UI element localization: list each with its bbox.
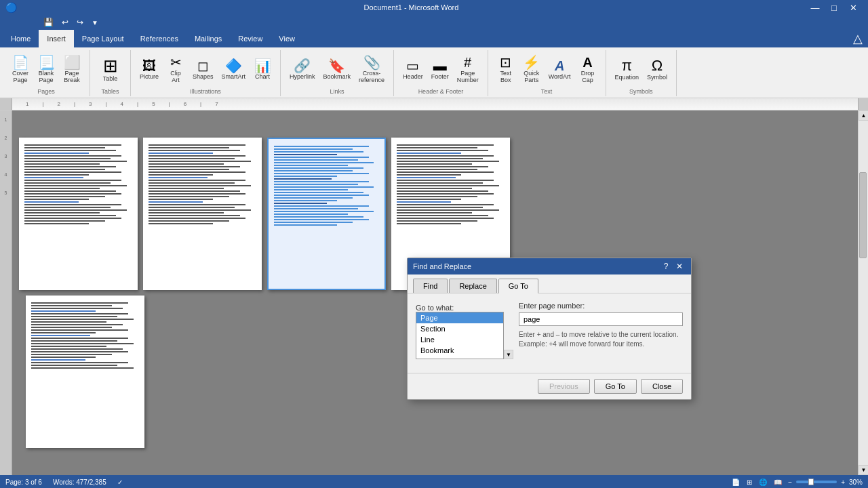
page-number-icon: # (464, 56, 471, 69)
title-bar: 🔵 Document1 - Microsoft Word — □ ✕ (0, 0, 868, 15)
clip-art-button[interactable]: ✂ ClipArt (163, 54, 188, 85)
dialog-tab-find[interactable]: Find (413, 279, 448, 293)
ribbon-collapse[interactable]: △ (848, 30, 868, 47)
previous-button[interactable]: Previous (538, 379, 590, 394)
smartart-button[interactable]: 🔷 SmartArt (218, 57, 250, 82)
footer-button[interactable]: ▬ Footer (428, 57, 452, 82)
horizontal-ruler: 1 | 2 | 3 | 4 | 5 | 6 | 7 (12, 98, 858, 110)
ribbon-group-header-footer: ▭ Header ▬ Footer # PageNumber Header & … (394, 50, 488, 96)
equation-button[interactable]: π Equation (612, 56, 643, 83)
redo-qa-button[interactable]: ↪ (74, 16, 86, 28)
qa-dropdown[interactable]: ▼ (92, 19, 98, 26)
find-replace-dialog: Find and Replace ? ✕ Find Replace Go To … (407, 258, 692, 400)
listbox-item-bookmark[interactable]: Bookmark (416, 345, 503, 356)
text-box-button[interactable]: ⊡ TextBox (494, 54, 518, 85)
title-bar-left: 🔵 (5, 2, 17, 13)
text-group-label: Text (541, 88, 553, 95)
zoom-in-button[interactable]: + (840, 479, 846, 486)
minimize-button[interactable]: — (806, 0, 825, 15)
picture-icon: 🖼 (142, 59, 156, 73)
tab-review[interactable]: Review (230, 30, 271, 47)
ribbon-group-tables: ⊞ Table Tables (90, 50, 131, 96)
vertical-scrollbar[interactable]: ▲ ▼ (858, 110, 868, 475)
page-5-content (26, 296, 144, 375)
dialog-tab-replace[interactable]: Replace (449, 279, 496, 293)
maximize-button[interactable]: □ (825, 0, 844, 15)
page-1-content (19, 138, 138, 231)
close-button[interactable]: ✕ (844, 0, 863, 15)
zoom-thumb[interactable] (808, 479, 814, 485)
dialog-title-bar: Find and Replace ? ✕ (408, 258, 691, 274)
scroll-thumb-vertical[interactable] (859, 172, 867, 258)
dialog-close-button[interactable]: ✕ (673, 261, 686, 272)
dialog-tab-goto[interactable]: Go To (498, 279, 538, 293)
view-print-icon[interactable]: 📄 (730, 479, 742, 486)
bookmark-button[interactable]: 🔖 Bookmark (320, 57, 355, 82)
tab-references[interactable]: References (132, 30, 186, 47)
drop-cap-button[interactable]: A DropCap (576, 54, 600, 85)
listbox-item-comment[interactable]: Comment (416, 356, 503, 359)
page-number-input[interactable] (519, 312, 683, 326)
text-box-icon: ⊡ (500, 56, 511, 69)
listbox-scrollbar[interactable]: ▼ (504, 312, 513, 359)
dialog-help-button[interactable]: ? (660, 261, 672, 272)
tab-home[interactable]: Home (3, 30, 39, 47)
picture-button[interactable]: 🖼 Picture (136, 57, 162, 82)
status-bar: Page: 3 of 6 Words: 477/2,385 ✓ 📄 ⊞ 🌐 📖 … (0, 475, 868, 488)
document-page-3[interactable] (267, 138, 386, 290)
hyperlink-icon: 🔗 (294, 59, 311, 73)
ribbon: Home Insert Page Layout References Maili… (0, 30, 868, 98)
chart-button[interactable]: 📊 Chart (250, 57, 275, 82)
table-button[interactable]: ⊞ Table (98, 55, 123, 84)
tab-mailings[interactable]: Mailings (186, 30, 230, 47)
listbox-item-page[interactable]: Page (416, 312, 503, 323)
document-page-1[interactable] (19, 138, 138, 290)
view-web-icon[interactable]: 🌐 (757, 479, 769, 486)
page-break-icon: ⬜ (64, 56, 81, 69)
symbol-button[interactable]: Ω Symbol (644, 56, 671, 83)
goto-listbox[interactable]: Page Section Line Bookmark Comment Footn… (416, 312, 504, 359)
scroll-up-arrow[interactable]: ▲ (859, 110, 868, 121)
header-footer-group-label: Header & Footer (418, 88, 464, 95)
quick-access-toolbar: 💾 ↩ ↪ ▼ (0, 15, 868, 30)
tab-view[interactable]: View (271, 30, 303, 47)
cover-page-icon: 📄 (12, 56, 29, 69)
shapes-button[interactable]: ◻ Shapes (189, 57, 217, 82)
go-to-button[interactable]: Go To (594, 379, 637, 394)
cover-page-button[interactable]: 📄 CoverPage (8, 54, 33, 85)
quick-parts-button[interactable]: ⚡ QuickParts (519, 54, 544, 85)
hyperlink-button[interactable]: 🔗 Hyperlink (286, 57, 319, 82)
zoom-level: 30% (849, 479, 863, 486)
page-number-button[interactable]: # PageNumber (454, 54, 482, 85)
scroll-track-vertical[interactable] (859, 121, 868, 465)
listbox-item-line[interactable]: Line (416, 334, 503, 345)
footer-icon: ▬ (433, 59, 447, 73)
word-icon: 🔵 (5, 2, 17, 13)
tables-group-label: Tables (101, 88, 119, 95)
listbox-item-section[interactable]: Section (416, 323, 503, 334)
scroll-down-arrow[interactable]: ▼ (859, 465, 868, 475)
dialog-body: Go to what: Page Section Line Bookmark C… (408, 293, 691, 373)
zoom-out-button[interactable]: − (787, 479, 793, 486)
cross-reference-button[interactable]: 📎 Cross-reference (355, 54, 388, 85)
close-dialog-button[interactable]: Close (641, 379, 683, 394)
page-break-button[interactable]: ⬜ PageBreak (60, 54, 84, 85)
document-page-2[interactable] (143, 138, 262, 290)
tab-page-layout[interactable]: Page Layout (74, 30, 132, 47)
spell-check-icon[interactable]: ✓ (117, 479, 123, 486)
header-button[interactable]: ▭ Header (399, 57, 427, 82)
document-page-5[interactable] (26, 296, 144, 448)
tab-insert[interactable]: Insert (39, 30, 74, 47)
listbox-scroll-down[interactable]: ▼ (504, 350, 513, 359)
view-fullscreen-icon[interactable]: ⊞ (745, 479, 754, 486)
page-number-section: Enter page number: Enter + and – to move… (519, 302, 683, 349)
drop-cap-icon: A (583, 56, 592, 69)
zoom-slider[interactable] (796, 481, 837, 483)
wordart-button[interactable]: A WordArt (545, 57, 574, 82)
blank-page-button[interactable]: 📃 BlankPage (34, 54, 58, 85)
view-read-icon[interactable]: 📖 (772, 479, 784, 486)
links-group-label: Links (330, 88, 344, 95)
vertical-ruler: 12345 (0, 110, 12, 475)
save-qa-button[interactable]: 💾 (41, 16, 56, 28)
undo-qa-button[interactable]: ↩ (59, 16, 71, 28)
